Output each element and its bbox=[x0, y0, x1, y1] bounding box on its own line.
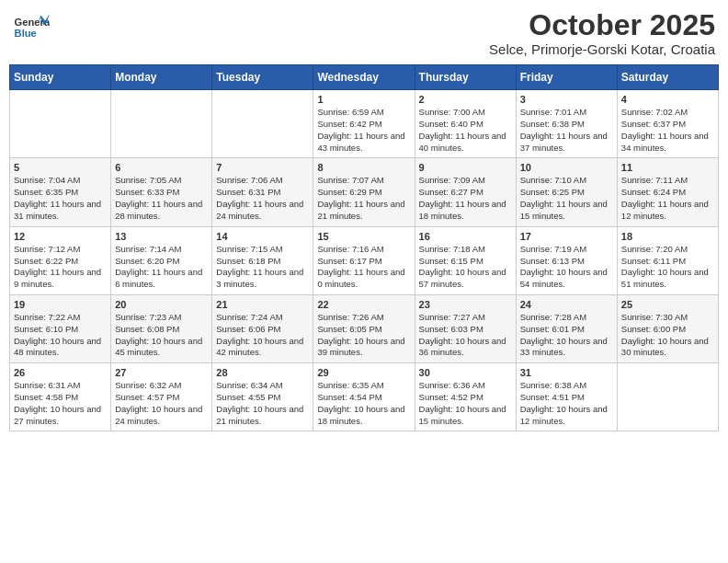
day-info: Sunrise: 7:15 AMSunset: 6:18 PMDaylight:… bbox=[216, 244, 309, 291]
weekday-header: Thursday bbox=[415, 65, 516, 90]
weekday-header: Saturday bbox=[617, 65, 718, 90]
day-info: Sunrise: 7:20 AMSunset: 6:11 PMDaylight:… bbox=[621, 244, 714, 291]
page-subtitle: Selce, Primorje-Gorski Kotar, Croatia bbox=[489, 41, 715, 57]
day-number: 6 bbox=[115, 162, 208, 173]
calendar-day-cell: 24Sunrise: 7:28 AMSunset: 6:01 PMDayligh… bbox=[516, 294, 617, 362]
calendar-day-cell: 8Sunrise: 7:07 AMSunset: 6:29 PMDaylight… bbox=[313, 158, 415, 226]
day-info: Sunrise: 6:38 AMSunset: 4:51 PMDaylight:… bbox=[520, 380, 613, 427]
day-number: 30 bbox=[419, 367, 512, 378]
day-info: Sunrise: 7:01 AMSunset: 6:38 PMDaylight:… bbox=[520, 107, 613, 154]
day-number: 17 bbox=[520, 231, 613, 242]
weekday-header: Friday bbox=[516, 65, 617, 90]
day-info: Sunrise: 7:23 AMSunset: 6:08 PMDaylight:… bbox=[115, 312, 208, 359]
day-number: 5 bbox=[14, 162, 107, 173]
day-info: Sunrise: 7:19 AMSunset: 6:13 PMDaylight:… bbox=[520, 244, 613, 291]
day-number: 31 bbox=[520, 367, 613, 378]
calendar-day-cell: 16Sunrise: 7:18 AMSunset: 6:15 PMDayligh… bbox=[415, 226, 516, 294]
page-title: October 2025 bbox=[489, 9, 715, 41]
day-number: 2 bbox=[419, 94, 512, 105]
calendar-day-cell: 14Sunrise: 7:15 AMSunset: 6:18 PMDayligh… bbox=[212, 226, 313, 294]
calendar-day-cell: 25Sunrise: 7:30 AMSunset: 6:00 PMDayligh… bbox=[617, 294, 718, 362]
svg-text:Blue: Blue bbox=[15, 28, 37, 39]
calendar-day-cell: 15Sunrise: 7:16 AMSunset: 6:17 PMDayligh… bbox=[313, 226, 415, 294]
calendar-day-cell bbox=[212, 90, 313, 158]
calendar-day-cell: 3Sunrise: 7:01 AMSunset: 6:38 PMDaylight… bbox=[516, 90, 617, 158]
calendar-day-cell: 30Sunrise: 6:36 AMSunset: 4:52 PMDayligh… bbox=[415, 363, 516, 431]
day-number: 25 bbox=[621, 299, 714, 310]
calendar-day-cell: 6Sunrise: 7:05 AMSunset: 6:33 PMDaylight… bbox=[111, 158, 212, 226]
calendar-day-cell: 17Sunrise: 7:19 AMSunset: 6:13 PMDayligh… bbox=[516, 226, 617, 294]
day-info: Sunrise: 6:31 AMSunset: 4:58 PMDaylight:… bbox=[14, 380, 107, 427]
logo-icon: General Blue bbox=[13, 9, 50, 46]
calendar-day-cell: 31Sunrise: 6:38 AMSunset: 4:51 PMDayligh… bbox=[516, 363, 617, 431]
day-info: Sunrise: 7:24 AMSunset: 6:06 PMDaylight:… bbox=[216, 312, 309, 359]
calendar-week-row: 5Sunrise: 7:04 AMSunset: 6:35 PMDaylight… bbox=[10, 158, 719, 226]
day-number: 9 bbox=[419, 162, 512, 173]
day-number: 28 bbox=[216, 367, 309, 378]
calendar-day-cell: 9Sunrise: 7:09 AMSunset: 6:27 PMDaylight… bbox=[415, 158, 516, 226]
day-info: Sunrise: 6:59 AMSunset: 6:42 PMDaylight:… bbox=[317, 107, 410, 154]
calendar-day-cell: 13Sunrise: 7:14 AMSunset: 6:20 PMDayligh… bbox=[111, 226, 212, 294]
day-number: 29 bbox=[317, 367, 410, 378]
day-number: 19 bbox=[14, 299, 107, 310]
weekday-header: Tuesday bbox=[212, 65, 313, 90]
day-info: Sunrise: 7:06 AMSunset: 6:31 PMDaylight:… bbox=[216, 175, 309, 222]
day-info: Sunrise: 7:04 AMSunset: 6:35 PMDaylight:… bbox=[14, 175, 107, 222]
calendar-day-cell: 7Sunrise: 7:06 AMSunset: 6:31 PMDaylight… bbox=[212, 158, 313, 226]
calendar-day-cell: 22Sunrise: 7:26 AMSunset: 6:05 PMDayligh… bbox=[313, 294, 415, 362]
day-info: Sunrise: 6:36 AMSunset: 4:52 PMDaylight:… bbox=[419, 380, 512, 427]
day-info: Sunrise: 7:14 AMSunset: 6:20 PMDaylight:… bbox=[115, 244, 208, 291]
calendar-day-cell: 20Sunrise: 7:23 AMSunset: 6:08 PMDayligh… bbox=[111, 294, 212, 362]
calendar-week-row: 19Sunrise: 7:22 AMSunset: 6:10 PMDayligh… bbox=[10, 294, 719, 362]
day-info: Sunrise: 6:32 AMSunset: 4:57 PMDaylight:… bbox=[115, 380, 208, 427]
calendar-day-cell: 10Sunrise: 7:10 AMSunset: 6:25 PMDayligh… bbox=[516, 158, 617, 226]
weekday-header: Wednesday bbox=[313, 65, 415, 90]
calendar-day-cell: 27Sunrise: 6:32 AMSunset: 4:57 PMDayligh… bbox=[111, 363, 212, 431]
calendar-day-cell bbox=[10, 90, 111, 158]
day-number: 1 bbox=[317, 94, 410, 105]
calendar-day-cell: 1Sunrise: 6:59 AMSunset: 6:42 PMDaylight… bbox=[313, 90, 415, 158]
day-number: 26 bbox=[14, 367, 107, 378]
day-number: 12 bbox=[14, 231, 107, 242]
day-number: 14 bbox=[216, 231, 309, 242]
calendar-table: SundayMondayTuesdayWednesdayThursdayFrid… bbox=[9, 64, 719, 431]
calendar-day-cell: 11Sunrise: 7:11 AMSunset: 6:24 PMDayligh… bbox=[617, 158, 718, 226]
title-block: October 2025 Selce, Primorje-Gorski Kota… bbox=[489, 9, 715, 57]
day-number: 7 bbox=[216, 162, 309, 173]
calendar-day-cell: 28Sunrise: 6:34 AMSunset: 4:55 PMDayligh… bbox=[212, 363, 313, 431]
weekday-header-row: SundayMondayTuesdayWednesdayThursdayFrid… bbox=[10, 65, 719, 90]
day-info: Sunrise: 6:35 AMSunset: 4:54 PMDaylight:… bbox=[317, 380, 410, 427]
day-number: 22 bbox=[317, 299, 410, 310]
day-info: Sunrise: 7:27 AMSunset: 6:03 PMDaylight:… bbox=[419, 312, 512, 359]
day-number: 20 bbox=[115, 299, 208, 310]
day-info: Sunrise: 7:07 AMSunset: 6:29 PMDaylight:… bbox=[317, 175, 410, 222]
day-info: Sunrise: 7:12 AMSunset: 6:22 PMDaylight:… bbox=[14, 244, 107, 291]
calendar-day-cell: 23Sunrise: 7:27 AMSunset: 6:03 PMDayligh… bbox=[415, 294, 516, 362]
day-info: Sunrise: 7:26 AMSunset: 6:05 PMDaylight:… bbox=[317, 312, 410, 359]
day-info: Sunrise: 7:30 AMSunset: 6:00 PMDaylight:… bbox=[621, 312, 714, 359]
page-header: General Blue October 2025 Selce, Primorj… bbox=[9, 9, 719, 57]
calendar-day-cell: 12Sunrise: 7:12 AMSunset: 6:22 PMDayligh… bbox=[10, 226, 111, 294]
day-number: 16 bbox=[419, 231, 512, 242]
day-info: Sunrise: 7:28 AMSunset: 6:01 PMDaylight:… bbox=[520, 312, 613, 359]
day-number: 11 bbox=[621, 162, 714, 173]
day-info: Sunrise: 7:18 AMSunset: 6:15 PMDaylight:… bbox=[419, 244, 512, 291]
day-number: 21 bbox=[216, 299, 309, 310]
day-number: 13 bbox=[115, 231, 208, 242]
calendar-day-cell: 5Sunrise: 7:04 AMSunset: 6:35 PMDaylight… bbox=[10, 158, 111, 226]
calendar-week-row: 26Sunrise: 6:31 AMSunset: 4:58 PMDayligh… bbox=[10, 363, 719, 431]
day-number: 18 bbox=[621, 231, 714, 242]
calendar-day-cell: 18Sunrise: 7:20 AMSunset: 6:11 PMDayligh… bbox=[617, 226, 718, 294]
calendar-day-cell: 4Sunrise: 7:02 AMSunset: 6:37 PMDaylight… bbox=[617, 90, 718, 158]
calendar-day-cell: 26Sunrise: 6:31 AMSunset: 4:58 PMDayligh… bbox=[10, 363, 111, 431]
calendar-day-cell: 29Sunrise: 6:35 AMSunset: 4:54 PMDayligh… bbox=[313, 363, 415, 431]
day-info: Sunrise: 7:22 AMSunset: 6:10 PMDaylight:… bbox=[14, 312, 107, 359]
day-number: 8 bbox=[317, 162, 410, 173]
calendar-day-cell bbox=[111, 90, 212, 158]
day-number: 23 bbox=[419, 299, 512, 310]
day-info: Sunrise: 7:09 AMSunset: 6:27 PMDaylight:… bbox=[419, 175, 512, 222]
weekday-header: Monday bbox=[111, 65, 212, 90]
day-info: Sunrise: 7:11 AMSunset: 6:24 PMDaylight:… bbox=[621, 175, 714, 222]
calendar-week-row: 12Sunrise: 7:12 AMSunset: 6:22 PMDayligh… bbox=[10, 226, 719, 294]
day-info: Sunrise: 7:02 AMSunset: 6:37 PMDaylight:… bbox=[621, 107, 714, 154]
